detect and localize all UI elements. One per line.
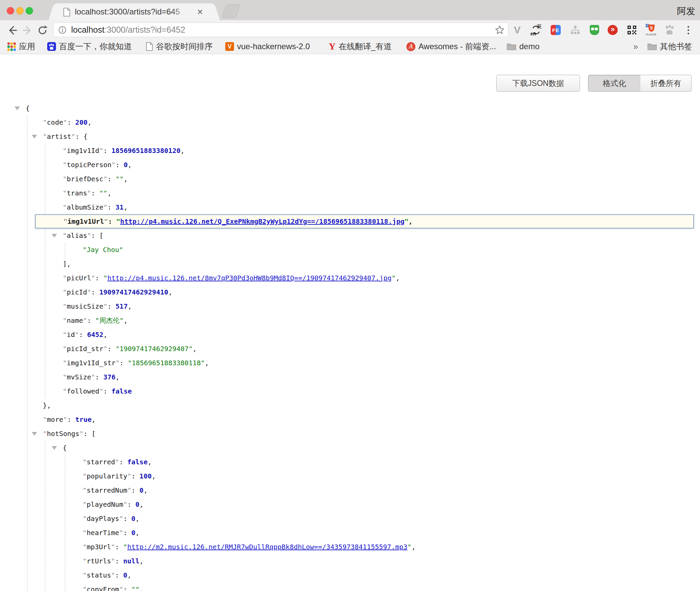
- json-key: albumSize: [67, 203, 103, 211]
- json-line: "hearTime": 0,: [0, 526, 700, 540]
- qr-code-icon: [627, 25, 637, 35]
- json-key: img1v1Id_str: [67, 359, 116, 367]
- json-line: "status": 0,: [0, 568, 700, 582]
- bookmark-label: 谷歌按时间排序: [156, 41, 213, 52]
- collapse-all-button[interactable]: 折叠所有: [640, 75, 692, 92]
- json-value: "Jay Chou": [83, 246, 123, 254]
- collapse-triangle-icon[interactable]: [32, 135, 37, 138]
- json-line: "popularity": 100,: [0, 469, 700, 483]
- reload-button[interactable]: [36, 24, 49, 37]
- json-value: 0: [136, 500, 140, 508]
- json-value: "周杰伦": [95, 316, 123, 324]
- browser-menu-button[interactable]: [683, 24, 693, 36]
- back-button[interactable]: [5, 24, 19, 37]
- bookmarks-bar: 应用 百度一下，你就知道 谷歌按时间排序 V vue-hackernews-: [0, 39, 700, 54]
- bookmark-star-icon[interactable]: [495, 25, 505, 35]
- json-value: 0: [132, 529, 136, 537]
- json-value: "": [132, 585, 140, 591]
- json-url-link[interactable]: http://m2.music.126.net/RMJR7wDullRqppBk…: [127, 543, 407, 551]
- bookmark-baidu[interactable]: 百度一下，你就知道: [47, 41, 132, 52]
- browser-toolbar: localhost:3000/artists?id=6452 V 英 en: [0, 20, 700, 39]
- profile-name[interactable]: 阿发: [677, 5, 695, 17]
- minimize-window-button[interactable]: [16, 7, 24, 14]
- json-line: "hotSongs": [: [0, 427, 700, 441]
- extension-html5-player-button[interactable]: S 5 PLAYER: [645, 24, 657, 36]
- bookmark-label: 应用: [19, 41, 35, 52]
- extension-vimium-button[interactable]: V: [511, 24, 523, 36]
- format-button[interactable]: 格式化: [588, 75, 641, 92]
- json-url-link[interactable]: http://p4.music.126.net/8mv7qP30Pd3oHW8b…: [107, 274, 391, 282]
- json-key: starredNum: [87, 486, 127, 494]
- collapse-triangle-icon[interactable]: [32, 432, 37, 436]
- browser-tab[interactable]: localhost:3000/artists?id=645 ×: [58, 3, 210, 20]
- extension-translate-button[interactable]: 英 en: [530, 24, 542, 36]
- json-value: 100: [140, 472, 152, 480]
- json-line: "more": true,: [0, 412, 700, 427]
- translate-icon: 英 en: [530, 24, 542, 36]
- extension-fe-button[interactable]: FE: [550, 24, 562, 36]
- json-line: "alias": [: [0, 228, 700, 243]
- json-value: "": [116, 175, 124, 183]
- fe-icon: FE: [551, 25, 561, 35]
- json-value: true: [75, 415, 91, 424]
- json-key: more: [47, 415, 63, 424]
- bookmark-folder-others[interactable]: 其他书签: [647, 41, 692, 52]
- json-key: alias: [67, 231, 87, 240]
- json-key: mp3Url: [87, 543, 111, 551]
- json-value: "19097417462929407": [116, 345, 193, 353]
- extension-tampermonkey-button[interactable]: [588, 24, 601, 36]
- extension-paw-button[interactable]: [663, 24, 675, 36]
- bookmark-apps[interactable]: 应用: [7, 41, 35, 52]
- extension-sitemap-button[interactable]: [569, 24, 581, 36]
- back-arrow-icon: [6, 25, 18, 36]
- url-path: :3000/artists?id=6452: [105, 25, 185, 34]
- info-icon[interactable]: [58, 26, 66, 34]
- json-value: "": [99, 189, 107, 197]
- bookmark-label: 其他书签: [660, 41, 692, 52]
- json-line: "starred": false,: [0, 455, 700, 469]
- extension-qrcode-button[interactable]: [626, 24, 638, 36]
- json-url-link[interactable]: http://p4.music.126.net/Q_ExePNkmgB2yWyL…: [120, 217, 405, 225]
- tab-close-icon[interactable]: ×: [197, 6, 203, 18]
- json-value: 0: [132, 515, 136, 523]
- page-icon: [63, 8, 71, 17]
- json-line: "artist": {: [0, 129, 700, 144]
- extension-video-helper-button[interactable]: »: [607, 24, 619, 36]
- download-json-button[interactable]: 下载JSON数据: [496, 75, 580, 92]
- forward-button[interactable]: [21, 24, 34, 37]
- json-line: "picUrl": "http://p4.music.126.net/8mv7q…: [0, 271, 700, 285]
- bookmark-youdao[interactable]: Y 在线翻译_有道: [329, 41, 392, 52]
- bookmark-folder-demo[interactable]: demo: [507, 41, 539, 52]
- bookmark-google-sort[interactable]: 谷歌按时间排序: [146, 41, 213, 52]
- json-line: "playedNum": 0,: [0, 497, 700, 511]
- address-bar[interactable]: localhost:3000/artists?id=6452: [53, 23, 508, 37]
- json-line: "mvSize": 376,: [0, 370, 700, 384]
- url-text[interactable]: localhost:3000/artists?id=6452: [71, 25, 185, 35]
- html5-player-icon: S 5 PLAYER: [645, 24, 657, 36]
- close-window-button[interactable]: [7, 7, 14, 14]
- bookmarks-overflow-button[interactable]: »: [633, 41, 638, 52]
- bookmark-vue-hackernews[interactable]: V vue-hackernews-2.0: [225, 41, 310, 52]
- collapse-triangle-icon[interactable]: [14, 106, 20, 110]
- tampermonkey-icon: [590, 25, 599, 35]
- json-value: 18569651883380120: [112, 147, 181, 155]
- json-line: "starredNum": 0,: [0, 483, 700, 497]
- youdao-icon: Y: [329, 41, 336, 52]
- json-key: popularity: [87, 472, 127, 480]
- json-line: "picId": 19097417462929410,: [0, 285, 700, 299]
- zoom-window-button[interactable]: [26, 7, 33, 14]
- json-key: picId_str: [67, 345, 103, 353]
- collapse-triangle-icon[interactable]: [52, 446, 57, 450]
- new-tab-button[interactable]: [222, 4, 241, 18]
- collapse-triangle-icon[interactable]: [52, 234, 57, 238]
- forward-arrow-icon: [22, 25, 33, 36]
- json-line: {: [0, 101, 700, 115]
- json-tree: {"code": 200,"artist": {"img1v1Id": 1856…: [0, 101, 700, 591]
- json-value: 200: [75, 118, 87, 126]
- json-key: artist: [47, 132, 71, 141]
- bookmark-label: vue-hackernews-2.0: [237, 42, 310, 51]
- bookmark-awesomes[interactable]: A Awesomes - 前端资...: [406, 41, 496, 52]
- json-key: img1v1Id: [67, 147, 99, 155]
- json-value: null: [123, 557, 139, 565]
- paw-icon: [664, 25, 675, 35]
